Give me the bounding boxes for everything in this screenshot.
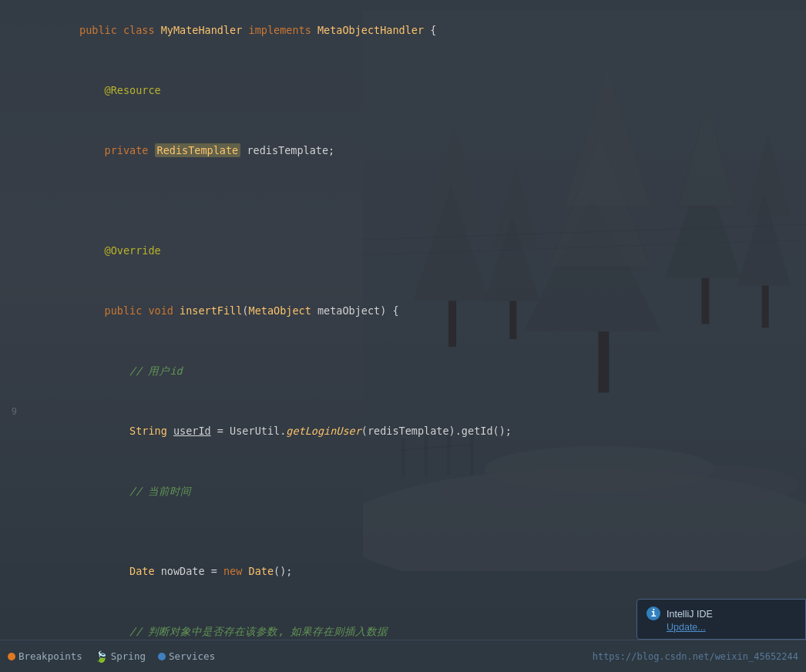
intellij-update-link[interactable]: Update... bbox=[667, 622, 796, 633]
code-line-4 bbox=[0, 180, 806, 200]
code-line-11 bbox=[0, 521, 806, 541]
services-label: Services bbox=[169, 650, 215, 662]
services-dot bbox=[158, 653, 166, 660]
status-bar-right: https://blog.csdn.net/weixin_45652244 bbox=[593, 651, 798, 662]
intellij-popup: i IntelliJ IDE Update... bbox=[636, 599, 806, 640]
status-bar-left: Breakpoints 🍃 Spring Services bbox=[8, 650, 215, 663]
services-item[interactable]: Services bbox=[158, 650, 215, 662]
code-line-12: Date nowDate = new Date(); bbox=[0, 541, 806, 601]
code-line-1: public class MyMateHandler implements Me… bbox=[0, 0, 806, 60]
code-line-2: @Resource bbox=[0, 60, 806, 120]
code-line-3: private RedisTemplate redisTemplate; bbox=[0, 120, 806, 180]
spring-item[interactable]: 🍃 Spring bbox=[95, 650, 146, 663]
code-line-6: @Override bbox=[0, 220, 806, 281]
breakpoints-dot bbox=[8, 653, 15, 660]
breakpoints-item[interactable]: Breakpoints bbox=[8, 650, 82, 662]
code-line-7: public void insertFill(MetaObject metaOb… bbox=[0, 281, 806, 341]
url-display: https://blog.csdn.net/weixin_45652244 bbox=[593, 651, 798, 662]
intellij-popup-title: IntelliJ IDE bbox=[667, 609, 713, 620]
spring-icon: 🍃 bbox=[95, 650, 108, 663]
status-bar: Breakpoints 🍃 Spring Services https://bl… bbox=[0, 640, 806, 672]
intellij-info-icon: i bbox=[646, 606, 660, 620]
code-line-9: 9 String userId = UserUtil.getLoginUser(… bbox=[0, 401, 806, 461]
code-editor: public class MyMateHandler implements Me… bbox=[0, 0, 806, 640]
code-line-8: // 用户id bbox=[0, 341, 806, 401]
spring-label: Spring bbox=[111, 650, 146, 662]
code-line-10: // 当前时间 bbox=[0, 461, 806, 521]
code-content: public class MyMateHandler implements Me… bbox=[0, 0, 806, 640]
code-line-5 bbox=[0, 200, 806, 220]
breakpoints-label: Breakpoints bbox=[18, 650, 82, 662]
intellij-popup-content: IntelliJ IDE Update... bbox=[667, 606, 796, 633]
